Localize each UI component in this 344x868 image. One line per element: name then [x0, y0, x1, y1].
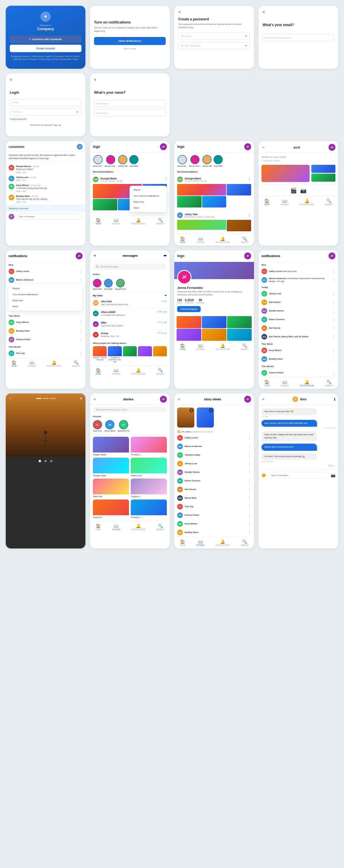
- friend-story-item[interactable]: JB James Baker: [104, 420, 115, 432]
- nav-search[interactable]: 🔍SEARCH: [325, 380, 333, 386]
- nav-home[interactable]: 🏠HOME: [11, 360, 17, 367]
- story-grid-item[interactable]: Timothy C.: [131, 437, 167, 456]
- story-item[interactable]: James Wil...: [93, 155, 103, 167]
- profile-post-image[interactable]: [202, 316, 226, 328]
- nav-notifications[interactable]: 🔔NOTIFICATIONS: [216, 237, 230, 243]
- notif-menu[interactable]: ⋮: [332, 357, 335, 361]
- feed-user-avatar[interactable]: JF: [160, 143, 167, 150]
- edit-icon[interactable]: ✏: [164, 254, 167, 258]
- notif-menu[interactable]: ⋮: [332, 335, 335, 339]
- notif-menu[interactable]: ⋮: [332, 371, 335, 375]
- post-menu-icon[interactable]: ⋮: [249, 214, 251, 217]
- nav-stories[interactable]: 📖STORIES: [112, 218, 120, 225]
- nav-notifications[interactable]: 🔔NOTIFICATIONS: [216, 343, 230, 350]
- nav-search[interactable]: 🔍SEARCH: [157, 218, 164, 225]
- user-avatar[interactable]: JF: [329, 252, 335, 259]
- nav-notifications[interactable]: 🔔NOTIFICATIONS: [131, 218, 146, 225]
- nav-stories[interactable]: 📖STORIES: [196, 343, 205, 350]
- nav-home[interactable]: 🏠HOME: [180, 539, 185, 546]
- login-password-input[interactable]: [10, 108, 82, 116]
- nav-home[interactable]: 🏠HOME: [180, 343, 185, 350]
- camera-icon[interactable]: 📷: [331, 473, 335, 477]
- story-item[interactable]: Judy Miller: [129, 155, 138, 167]
- trending-item[interactable]: [123, 346, 137, 363]
- back-button[interactable]: <: [178, 10, 250, 14]
- show-password-icon[interactable]: 👁: [76, 110, 79, 114]
- notif-menu[interactable]: ⋮: [79, 338, 83, 342]
- notif-menu[interactable]: ⋮: [79, 278, 83, 282]
- user-avatar[interactable]: JF: [76, 252, 83, 259]
- trending-item[interactable]: Thoughts on downtown 1 day ago: [108, 346, 122, 363]
- forgot-password-link[interactable]: Forgot password?: [10, 118, 82, 120]
- notif-menu[interactable]: ⋮: [79, 320, 83, 324]
- viewer-menu[interactable]: ⋮: [248, 436, 251, 440]
- post-menu-icon[interactable]: ⋮: [249, 178, 251, 181]
- new-chat-icon[interactable]: ✏: [165, 294, 167, 297]
- friend-request-button[interactable]: Friend Request: [177, 306, 201, 312]
- message-item[interactable]: G Group Andrews, Rob, +21 30 min ago: [90, 330, 170, 340]
- video-icon[interactable]: 🎬: [290, 187, 297, 194]
- viewer-menu[interactable]: ⋮: [248, 462, 251, 466]
- nav-search[interactable]: 🔍SEARCH: [157, 524, 164, 530]
- nav-stories[interactable]: 📖STORIES: [196, 237, 205, 243]
- viewer-menu[interactable]: ⋮: [248, 444, 251, 448]
- nav-home[interactable]: 🏠HOME: [180, 237, 185, 243]
- first-name-input[interactable]: [94, 100, 166, 107]
- comment-input[interactable]: [16, 214, 83, 219]
- viewer-menu[interactable]: ⋮: [248, 453, 251, 457]
- nav-home[interactable]: 🏠HOME: [264, 198, 270, 206]
- user-avatar[interactable]: JF: [244, 396, 251, 403]
- password-input[interactable]: [178, 33, 250, 40]
- back-button[interactable]: ＜: [93, 397, 97, 402]
- message-search-bar[interactable]: 🔍 Search Messages: [93, 264, 167, 270]
- back-button[interactable]: <: [10, 78, 82, 82]
- notif-menu[interactable]: ⋮: [79, 269, 83, 273]
- nav-notifications[interactable]: 🔔NOTIFICATIONS: [131, 368, 146, 375]
- nav-notifications[interactable]: 🔔NOTIFICATIONS: [300, 198, 314, 206]
- trending-item[interactable]: [153, 346, 167, 363]
- viewer-menu[interactable]: ⋮: [248, 505, 251, 509]
- active-user[interactable]: Eliza Robil: [93, 279, 102, 290]
- notif-menu[interactable]: ⋮: [332, 269, 335, 273]
- viewer-menu[interactable]: ⋮: [248, 470, 251, 474]
- story-close-icon[interactable]: ✕: [189, 408, 193, 412]
- viewer-menu[interactable]: ⋮: [248, 522, 251, 526]
- viewer-menu[interactable]: ⋮: [248, 496, 251, 500]
- viewer-menu[interactable]: ⋮: [248, 488, 251, 492]
- notif-menu[interactable]: ⋮: [332, 317, 335, 321]
- nav-stories[interactable]: 📖STORIES: [112, 368, 120, 375]
- story-grid-item[interactable]: Meagan Ryan: [93, 458, 129, 477]
- dropdown-turn-off-notif[interactable]: Turn off post notifications: [130, 193, 167, 199]
- nav-search[interactable]: 🔍SEARCH: [325, 198, 333, 206]
- chat-info-icon[interactable]: ℹ: [334, 397, 335, 401]
- nav-search[interactable]: 🔍SEARCH: [241, 343, 249, 350]
- story-close-icon[interactable]: ✕: [209, 408, 213, 412]
- message-item[interactable]: AL Alisa Liddell I'm at Bach bar waiting…: [90, 308, 170, 319]
- nav-home[interactable]: 🏠HOME: [95, 218, 101, 225]
- nav-stories[interactable]: 📖STORIES: [281, 380, 289, 386]
- create-account-button[interactable]: Create Account: [10, 45, 82, 52]
- nav-search[interactable]: 🔍SEARCH: [241, 539, 249, 546]
- profile-post-image[interactable]: [227, 316, 252, 328]
- viewer-menu[interactable]: ⋮: [248, 530, 251, 534]
- trending-item[interactable]: Parties in Toronto 1 day ago: [93, 346, 107, 363]
- nav-notifications[interactable]: 🔔NOTIFICATIONS: [47, 360, 61, 367]
- nav-home[interactable]: 🏠HOME: [95, 368, 101, 375]
- dropdown-report[interactable]: Report: [9, 285, 83, 291]
- dropdown-turn-off-notif[interactable]: Turn off post notifications: [9, 291, 83, 298]
- notif-menu[interactable]: ⋮: [79, 329, 83, 333]
- dropdown-mute-user[interactable]: Mute User: [130, 199, 167, 205]
- nav-notifications[interactable]: 🔔NOTIFICATIONS: [300, 380, 314, 386]
- camera-icon[interactable]: 📷: [300, 187, 307, 194]
- story-back-button[interactable]: ＜: [9, 396, 12, 401]
- friend-story-item[interactable]: DL Danit Liva: [93, 420, 102, 432]
- notif-menu[interactable]: ⋮: [332, 348, 335, 352]
- notif-menu[interactable]: ⋮: [332, 292, 335, 296]
- notif-menu[interactable]: ⋮: [332, 326, 335, 330]
- login-email-input[interactable]: [10, 99, 82, 106]
- dropdown-report[interactable]: Report: [130, 187, 167, 193]
- story-item[interactable]: Bonnie Sma...: [189, 155, 201, 167]
- back-button[interactable]: <: [94, 78, 166, 82]
- story-grid-item[interactable]: Timothy C.: [131, 499, 167, 519]
- dropdown-block[interactable]: Block: [130, 205, 167, 211]
